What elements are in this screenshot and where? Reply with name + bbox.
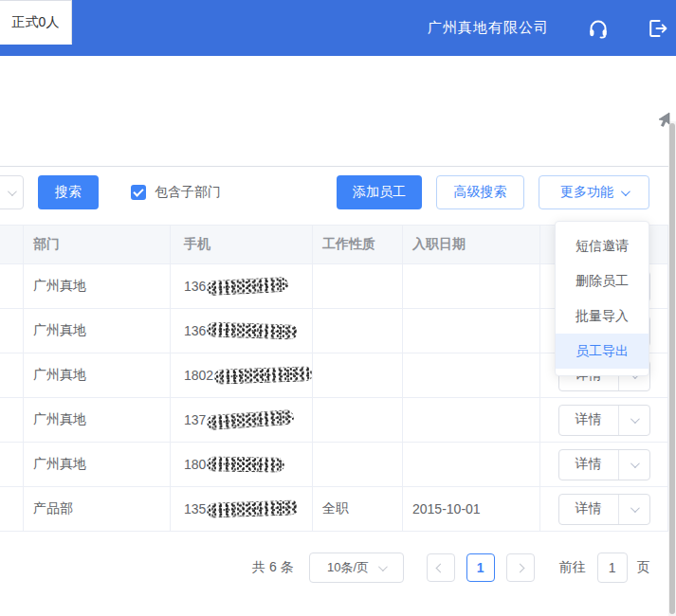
cell-phone: 1802 <box>171 353 313 398</box>
cell-phone: 180 <box>171 443 313 487</box>
previous-page-button[interactable] <box>427 553 455 582</box>
goto-page-label: 前往 <box>559 559 586 576</box>
cell-stub <box>0 264 24 309</box>
cell-department: 广州真地 <box>24 353 171 398</box>
detail-split-button[interactable]: 详情 <box>558 405 650 436</box>
phone-prefix: 135 <box>184 501 206 516</box>
detail-button-label[interactable]: 详情 <box>559 406 619 435</box>
detail-split-button[interactable]: 详情 <box>558 494 650 525</box>
employee-management-page: { "titlebar": { "company_name": "广州真地有限公… <box>0 0 676 616</box>
company-name: 广州真地有限公司 <box>428 19 549 37</box>
chevron-down-icon[interactable] <box>619 450 649 480</box>
more-functions-label: 更多功能 <box>560 184 613 201</box>
header-cell-hire-date: 入职日期 <box>403 225 540 264</box>
phone-prefix: 180 <box>184 457 206 472</box>
cell-phone: 136 <box>171 264 313 309</box>
cell-phone: 136 <box>171 309 313 353</box>
header-cell-stub <box>0 225 24 264</box>
cell-stub <box>0 309 24 353</box>
cell-phone: 135 <box>171 487 313 532</box>
cell-hire-date <box>403 309 540 353</box>
cell-stub <box>0 398 24 443</box>
cell-department: 广州真地 <box>24 398 171 443</box>
table-row: 广州真地 137 详情 <box>0 398 668 443</box>
chevron-down-icon[interactable] <box>619 495 649 524</box>
goto-page-input[interactable] <box>597 553 628 583</box>
menu-item-batch-import[interactable]: 批量导入 <box>556 299 649 334</box>
cell-stub <box>0 353 24 398</box>
table-row: 广州真地 180 详情 <box>0 443 668 487</box>
cell-work-type <box>313 309 403 353</box>
detail-split-button[interactable]: 详情 <box>558 449 650 480</box>
current-page-button[interactable]: 1 <box>466 553 495 582</box>
redacted-phone-scribble <box>207 409 295 430</box>
search-button[interactable]: 搜索 <box>38 175 99 209</box>
cell-work-type <box>313 443 403 487</box>
chevron-down-icon <box>378 562 388 571</box>
cell-department: 广州真地 <box>24 443 171 487</box>
menu-item-delete-employee[interactable]: 删除员工 <box>556 263 649 299</box>
cell-phone: 137 <box>171 398 313 443</box>
logout-icon[interactable] <box>646 17 668 40</box>
menu-item-sms-invite[interactable]: 短信邀请 <box>556 228 649 263</box>
chevron-down-icon <box>8 187 17 196</box>
page-size-label: 10条/页 <box>327 559 369 576</box>
chevron-down-icon <box>621 187 630 196</box>
cell-action: 详情 <box>540 487 668 532</box>
cell-hire-date: 2015-10-01 <box>403 487 540 532</box>
redacted-phone-scribble <box>214 366 313 385</box>
cell-department: 产品部 <box>24 487 171 532</box>
cell-work-type <box>313 353 403 398</box>
top-navbar: 广州真地有限公司 <box>0 0 676 56</box>
cell-work-type <box>313 264 403 309</box>
cell-stub <box>0 487 24 532</box>
next-page-button[interactable] <box>506 553 535 582</box>
mouse-cursor-icon <box>658 112 671 127</box>
table-row: 产品部 135 全职 2015-10-01 详情 <box>0 487 668 532</box>
vertical-scrollbar[interactable] <box>668 121 676 616</box>
toolbar: 搜索 包含子部门 添加员工 高级搜索 更多功能 <box>0 175 668 209</box>
customer-service-headset-icon[interactable] <box>587 17 610 40</box>
header-cell-phone: 手机 <box>171 225 313 264</box>
more-functions-button[interactable]: 更多功能 <box>539 175 649 209</box>
cell-work-type: 全职 <box>313 487 403 532</box>
page-unit-label: 页 <box>637 559 650 576</box>
cell-stub <box>0 443 24 487</box>
cell-action: 详情 <box>540 443 668 487</box>
phone-prefix: 137 <box>184 412 206 427</box>
chevron-left-icon <box>436 563 446 572</box>
cell-department: 广州真地 <box>24 309 171 353</box>
header-cell-department: 部门 <box>24 225 171 264</box>
pagination-bar: 共 6 条 10条/页 1 前往 页 <box>252 553 650 583</box>
cell-department: 广州真地 <box>24 264 171 309</box>
menu-item-employee-export[interactable]: 员工导出 <box>556 334 649 369</box>
employee-status-tabbar <box>0 122 668 167</box>
include-sub-dept-label: 包含子部门 <box>155 184 221 201</box>
cell-hire-date <box>403 443 540 487</box>
filter-select[interactable] <box>0 175 24 209</box>
page-size-select[interactable]: 10条/页 <box>309 553 404 583</box>
redacted-phone-scribble <box>207 456 284 472</box>
add-employee-button[interactable]: 添加员工 <box>337 175 422 209</box>
pagination-total: 共 6 条 <box>252 559 294 576</box>
phone-prefix: 1802 <box>184 368 213 383</box>
advanced-search-button[interactable]: 高级搜索 <box>436 175 524 209</box>
header-cell-work-type: 工作性质 <box>313 225 403 264</box>
detail-button-label[interactable]: 详情 <box>559 450 619 480</box>
cell-hire-date <box>403 353 540 398</box>
include-sub-dept-group[interactable]: 包含子部门 <box>131 175 221 209</box>
redacted-phone-scribble <box>207 499 299 517</box>
cell-work-type <box>313 398 403 443</box>
scrollbar-thumb[interactable] <box>669 123 675 614</box>
chevron-down-icon[interactable] <box>619 406 649 435</box>
cell-hire-date <box>403 264 540 309</box>
phone-prefix: 136 <box>184 279 206 294</box>
cell-hire-date <box>403 398 540 443</box>
phone-prefix: 136 <box>184 323 206 338</box>
redacted-phone-scribble <box>207 277 289 296</box>
include-sub-dept-checkbox[interactable] <box>131 185 146 200</box>
detail-button-label[interactable]: 详情 <box>559 495 619 524</box>
redacted-phone-scribble <box>207 321 298 339</box>
tab-formal-employees[interactable]: 正式0人 <box>0 0 72 45</box>
chevron-right-icon <box>516 563 525 572</box>
